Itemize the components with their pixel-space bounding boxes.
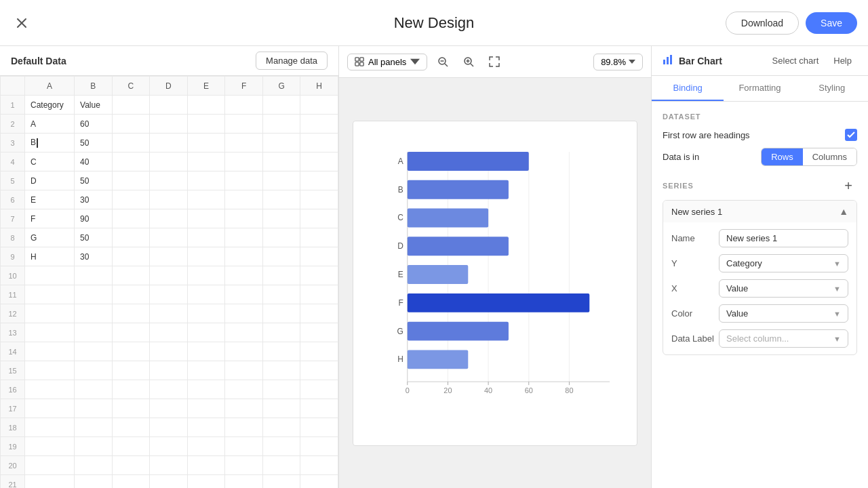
cell-a-8[interactable]: G	[25, 228, 75, 247]
zoom-in-button[interactable]	[458, 52, 479, 72]
cell-e-7[interactable]	[187, 209, 225, 228]
col-header-A[interactable]: A	[25, 77, 75, 96]
cell-e-1[interactable]	[187, 96, 225, 115]
cell-b-19[interactable]	[75, 437, 113, 456]
cell-d-16[interactable]	[150, 380, 188, 399]
cell-g-11[interactable]	[262, 285, 300, 304]
cell-a-1[interactable]: Category	[25, 96, 75, 115]
cell-a-16[interactable]	[25, 380, 75, 399]
cell-b-13[interactable]	[75, 323, 113, 342]
cell-e-15[interactable]	[187, 361, 225, 380]
cell-f-4[interactable]	[225, 152, 263, 171]
zoom-out-button[interactable]	[433, 52, 453, 72]
col-header-G[interactable]: G	[262, 77, 300, 96]
manage-data-button[interactable]: Manage data	[256, 52, 328, 70]
cell-a-7[interactable]: F	[25, 209, 75, 228]
cell-h-1[interactable]	[300, 96, 338, 115]
cell-d-11[interactable]	[150, 285, 188, 304]
cell-a-2[interactable]: A	[25, 115, 75, 134]
cell-h-4[interactable]	[300, 152, 338, 171]
cell-c-9[interactable]	[112, 247, 150, 266]
cell-e-12[interactable]	[187, 304, 225, 323]
cell-g-17[interactable]	[262, 399, 300, 418]
cell-a-12[interactable]	[25, 304, 75, 323]
cell-f-18[interactable]	[225, 418, 263, 437]
cell-g-4[interactable]	[262, 152, 300, 171]
cell-b-10[interactable]	[75, 266, 113, 285]
cell-a-10[interactable]	[25, 266, 75, 285]
field-datalabel-select[interactable]: Select column... ▼	[719, 329, 848, 348]
cell-d-14[interactable]	[150, 342, 188, 361]
cell-b-2[interactable]: 60	[75, 115, 113, 134]
col-header-H[interactable]: H	[300, 77, 338, 96]
field-name-input[interactable]	[719, 229, 848, 247]
fit-button[interactable]	[484, 52, 505, 72]
cell-d-21[interactable]	[150, 475, 188, 489]
tab-formatting[interactable]: Formatting	[724, 76, 795, 101]
cell-h-20[interactable]	[300, 456, 338, 475]
cell-g-14[interactable]	[262, 342, 300, 361]
cell-b-16[interactable]	[75, 380, 113, 399]
cell-c-12[interactable]	[112, 304, 150, 323]
cell-h-3[interactable]	[300, 134, 338, 152]
cell-h-14[interactable]	[300, 342, 338, 361]
col-header-B[interactable]: B	[75, 77, 113, 96]
cell-f-16[interactable]	[225, 380, 263, 399]
cell-e-8[interactable]	[187, 228, 225, 247]
cell-d-3[interactable]	[150, 134, 188, 152]
cell-g-3[interactable]	[262, 134, 300, 152]
cell-a-3[interactable]: B	[25, 134, 75, 152]
download-button[interactable]: Download	[726, 12, 799, 35]
cell-e-14[interactable]	[187, 342, 225, 361]
cell-b-6[interactable]: 30	[75, 190, 113, 209]
cell-b-18[interactable]	[75, 418, 113, 437]
help-button[interactable]: Help	[828, 53, 857, 68]
cell-f-10[interactable]	[225, 266, 263, 285]
cell-a-18[interactable]	[25, 418, 75, 437]
cell-e-18[interactable]	[187, 418, 225, 437]
cell-g-19[interactable]	[262, 437, 300, 456]
cell-e-3[interactable]	[187, 134, 225, 152]
cell-d-17[interactable]	[150, 399, 188, 418]
cell-c-2[interactable]	[112, 115, 150, 134]
cell-b-11[interactable]	[75, 285, 113, 304]
cell-e-4[interactable]	[187, 152, 225, 171]
cell-f-6[interactable]	[225, 190, 263, 209]
cell-a-14[interactable]	[25, 342, 75, 361]
cell-f-17[interactable]	[225, 399, 263, 418]
cell-d-7[interactable]	[150, 209, 188, 228]
cell-b-9[interactable]: 30	[75, 247, 113, 266]
cell-c-6[interactable]	[112, 190, 150, 209]
cell-h-17[interactable]	[300, 399, 338, 418]
panel-select[interactable]: All panels	[347, 54, 427, 70]
cell-a-19[interactable]	[25, 437, 75, 456]
cell-a-11[interactable]	[25, 285, 75, 304]
cell-h-10[interactable]	[300, 266, 338, 285]
select-chart-button[interactable]: Select chart	[767, 53, 825, 68]
cell-c-5[interactable]	[112, 171, 150, 190]
cell-d-15[interactable]	[150, 361, 188, 380]
cell-f-5[interactable]	[225, 171, 263, 190]
cell-g-8[interactable]	[262, 228, 300, 247]
cell-c-7[interactable]	[112, 209, 150, 228]
cell-a-15[interactable]	[25, 361, 75, 380]
cell-a-5[interactable]: D	[25, 171, 75, 190]
cell-f-1[interactable]	[225, 96, 263, 115]
cell-c-8[interactable]	[112, 228, 150, 247]
cell-c-16[interactable]	[112, 380, 150, 399]
cell-d-4[interactable]	[150, 152, 188, 171]
cell-a-13[interactable]	[25, 323, 75, 342]
zoom-select[interactable]: 89.8%	[593, 54, 643, 70]
cell-b-21[interactable]	[75, 475, 113, 489]
cell-h-11[interactable]	[300, 285, 338, 304]
cell-c-1[interactable]	[112, 96, 150, 115]
cell-b-1[interactable]: Value	[75, 96, 113, 115]
cell-g-15[interactable]	[262, 361, 300, 380]
cell-h-21[interactable]	[300, 475, 338, 489]
tab-styling[interactable]: Styling	[796, 76, 868, 101]
cell-e-21[interactable]	[187, 475, 225, 489]
cell-d-19[interactable]	[150, 437, 188, 456]
cell-d-9[interactable]	[150, 247, 188, 266]
cell-f-13[interactable]	[225, 323, 263, 342]
first-row-headings-checkbox[interactable]	[845, 129, 857, 141]
